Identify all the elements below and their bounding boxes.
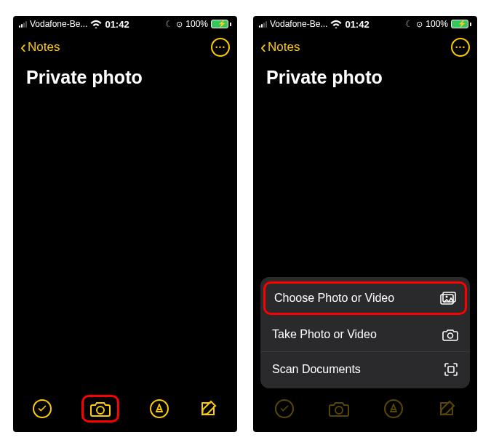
markup-icon — [150, 399, 169, 418]
camera-button[interactable] — [81, 395, 119, 423]
carrier-label: Vodafone-Be... — [270, 19, 327, 29]
chevron-left-icon: ‹ — [20, 39, 26, 56]
compose-button[interactable] — [199, 399, 217, 418]
more-button[interactable]: ··· — [451, 38, 470, 57]
compose-icon — [437, 399, 456, 418]
battery-icon: ⚡ — [211, 20, 231, 28]
camera-icon — [89, 400, 111, 417]
battery-pct: 100% — [426, 19, 448, 29]
more-icon: ··· — [455, 41, 466, 53]
phone-screenshot-right: Vodafone-Be... 01:42 ☾ ⊙ 100% ⚡ ‹ Notes … — [253, 16, 477, 432]
dnd-moon-icon: ☾ — [405, 19, 413, 29]
clock-label: 01:42 — [345, 19, 369, 30]
back-label: Notes — [28, 40, 60, 55]
bottom-toolbar — [253, 390, 477, 432]
menu-take-photo[interactable]: Take Photo or Video — [260, 318, 470, 352]
battery-icon: ⚡ — [451, 20, 471, 28]
markup-button[interactable] — [150, 399, 169, 418]
menu-label: Take Photo or Video — [272, 328, 377, 341]
checklist-button[interactable] — [275, 399, 294, 418]
more-icon: ··· — [215, 41, 226, 53]
more-button[interactable]: ··· — [211, 38, 230, 57]
clock-label: 01:42 — [105, 19, 129, 30]
carrier-label: Vodafone-Be... — [30, 19, 87, 29]
charging-icon: ⊙ — [416, 20, 423, 29]
nav-bar: ‹ Notes ··· — [253, 32, 477, 63]
markup-button[interactable] — [384, 399, 403, 418]
menu-choose-photo[interactable]: Choose Photo or Video — [263, 281, 467, 315]
chevron-left-icon: ‹ — [260, 39, 266, 56]
back-button[interactable]: ‹ Notes — [260, 39, 300, 56]
checklist-icon — [33, 399, 52, 418]
svg-rect-5 — [448, 367, 454, 372]
note-title: Private photo — [13, 63, 237, 92]
back-label: Notes — [268, 40, 300, 55]
checklist-button[interactable] — [33, 399, 52, 418]
markup-icon — [384, 399, 403, 418]
camera-button[interactable] — [328, 400, 350, 417]
note-body[interactable] — [13, 92, 237, 390]
menu-label: Choose Photo or Video — [274, 292, 394, 305]
nav-bar: ‹ Notes ··· — [13, 32, 237, 63]
wifi-icon — [90, 20, 102, 28]
camera-icon — [328, 400, 350, 417]
compose-button[interactable] — [437, 399, 456, 418]
note-title: Private photo — [253, 63, 477, 92]
battery-pct: 100% — [185, 19, 208, 29]
svg-point-0 — [97, 407, 104, 414]
back-button[interactable]: ‹ Notes — [20, 39, 60, 56]
dnd-moon-icon: ☾ — [165, 19, 173, 29]
camera-icon — [442, 328, 458, 341]
signal-icon — [259, 20, 267, 28]
status-bar: Vodafone-Be... 01:42 ☾ ⊙ 100% ⚡ — [13, 16, 237, 32]
menu-label: Scan Documents — [272, 363, 361, 376]
svg-point-3 — [446, 296, 448, 298]
signal-icon — [19, 20, 27, 28]
svg-point-6 — [335, 407, 343, 414]
bottom-toolbar — [13, 390, 237, 432]
compose-icon — [199, 399, 217, 418]
svg-point-4 — [448, 333, 453, 338]
status-bar: Vodafone-Be... 01:42 ☾ ⊙ 100% ⚡ — [253, 16, 477, 32]
menu-scan-documents[interactable]: Scan Documents — [260, 352, 470, 387]
phone-screenshot-left: Vodafone-Be... 01:42 ☾ ⊙ 100% ⚡ ‹ Notes … — [13, 16, 237, 432]
checklist-icon — [275, 399, 294, 418]
scan-icon — [444, 362, 458, 377]
photo-library-icon — [440, 292, 456, 305]
wifi-icon — [330, 20, 342, 28]
charging-icon: ⊙ — [176, 20, 183, 29]
camera-action-menu: Choose Photo or Video Take Photo or Vide… — [260, 277, 470, 388]
